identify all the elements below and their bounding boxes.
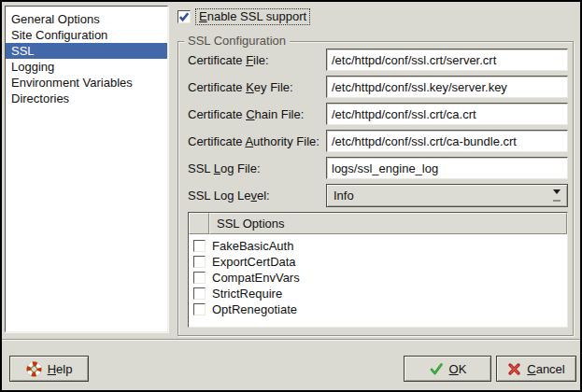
certificate-file-label: Certificate File: <box>188 53 326 67</box>
sidebar-item-environment-variables[interactable]: Environment Variables <box>6 75 167 91</box>
certificate-chain-file-label: Certificate Chain File: <box>188 107 326 121</box>
certificate-authority-file-label: Certificate Authority File: <box>188 134 326 148</box>
enable-ssl-label[interactable]: Enable SSL support <box>195 8 310 25</box>
check-icon <box>178 11 190 22</box>
chevron-down-icon <box>547 187 565 204</box>
frame-title: SSL Configuration <box>184 34 290 48</box>
ssl-log-file-input[interactable] <box>326 157 568 179</box>
ssl-configuration-frame: SSL Configuration Certificate File: Cert… <box>177 41 574 336</box>
ssl-log-level-row: SSL Log Level: Info <box>188 184 568 206</box>
table-row[interactable]: StrictRequire <box>189 286 567 301</box>
category-list: General Options Site Configuration SSL L… <box>5 6 168 332</box>
ssl-options-table: SSL Options FakeBasicAuth ExportCertData <box>188 212 568 328</box>
option-label: OptRenegotiate <box>212 302 297 316</box>
certificate-chain-file-row: Certificate Chain File: <box>188 103 568 125</box>
sidebar-item-directories[interactable]: Directories <box>6 91 167 106</box>
ssl-options-table-body: FakeBasicAuth ExportCertData CompatEnvVa… <box>189 234 567 317</box>
enable-ssl-row: Enable SSL support <box>177 8 310 25</box>
certificate-key-file-input[interactable] <box>326 76 568 98</box>
cancel-button-label: Cancel <box>527 362 564 376</box>
cancel-button[interactable]: Cancel <box>496 356 576 382</box>
check-icon <box>429 361 444 376</box>
x-icon <box>507 362 521 376</box>
table-row[interactable]: ExportCertData <box>189 254 567 270</box>
option-label: StrictRequire <box>212 287 282 301</box>
enable-ssl-checkbox[interactable] <box>177 10 191 23</box>
ssl-log-file-label: SSL Log File: <box>188 161 326 175</box>
ssl-form: Certificate File: Certificate Key File: … <box>188 49 568 211</box>
ssl-log-level-dropdown[interactable]: Info <box>326 184 568 207</box>
sidebar-item-site-configuration[interactable]: Site Configuration <box>6 27 167 43</box>
option-label: FakeBasicAuth <box>212 239 293 253</box>
certificate-authority-file-row: Certificate Authority File: <box>188 130 568 152</box>
help-button[interactable]: Help <box>9 356 89 382</box>
sidebar-item-ssl[interactable]: SSL <box>6 43 167 59</box>
strictrequire-checkbox[interactable] <box>193 287 206 300</box>
option-label: ExportCertData <box>212 255 296 269</box>
sidebar-item-logging[interactable]: Logging <box>6 59 167 75</box>
ssl-options-checkbox-column-header[interactable] <box>189 213 209 234</box>
certificate-key-file-label: Certificate Key File: <box>188 80 326 94</box>
ok-button-label: OK <box>449 362 467 376</box>
option-label: CompatEnvVars <box>212 271 300 285</box>
certificate-file-row: Certificate File: <box>188 49 568 71</box>
httpd-ssl-settings-window: General Options Site Configuration SSL L… <box>0 0 582 392</box>
certificate-file-input[interactable] <box>326 49 568 71</box>
table-row[interactable]: CompatEnvVars <box>189 270 567 286</box>
ssl-log-level-label: SSL Log Level: <box>188 189 326 203</box>
help-button-label: Help <box>48 362 73 376</box>
ok-button[interactable]: OK <box>404 356 491 382</box>
ssl-options-column-header[interactable]: SSL Options <box>209 213 567 234</box>
table-row[interactable]: FakeBasicAuth <box>189 238 567 254</box>
compatenvvars-checkbox[interactable] <box>193 272 206 284</box>
bottom-separator <box>2 339 580 341</box>
sidebar-item-general-options[interactable]: General Options <box>6 11 167 27</box>
life-buoy-icon <box>26 361 42 377</box>
certificate-chain-file-input[interactable] <box>326 103 568 125</box>
ssl-log-level-value: Info <box>334 189 354 203</box>
exportcertdata-checkbox[interactable] <box>193 256 206 268</box>
certificate-authority-file-input[interactable] <box>326 130 568 152</box>
fakebasicauth-checkbox[interactable] <box>193 240 206 252</box>
certificate-key-file-row: Certificate Key File: <box>188 76 568 98</box>
ssl-log-file-row: SSL Log File: <box>188 157 568 179</box>
optrenegotiate-checkbox[interactable] <box>193 303 206 315</box>
ssl-options-table-header: SSL Options <box>189 213 567 234</box>
table-row[interactable]: OptRenegotiate <box>189 301 567 317</box>
